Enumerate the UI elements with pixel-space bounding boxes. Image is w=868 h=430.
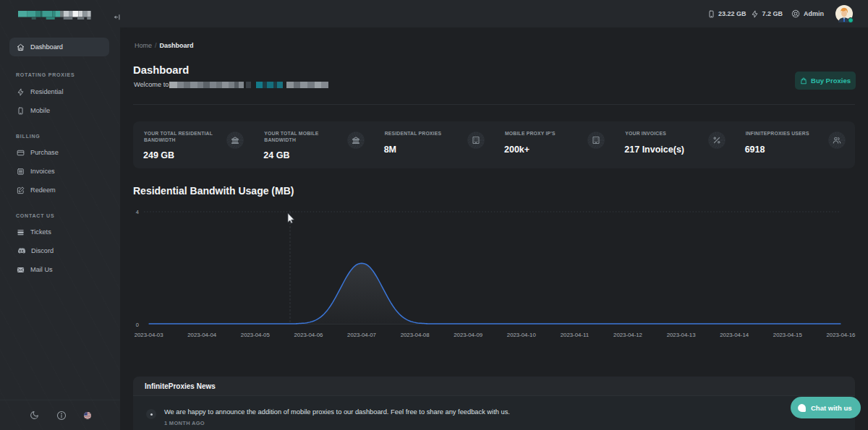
svg-text:2023-04-16: 2023-04-16 [826, 332, 855, 338]
svg-text:2023-04-13: 2023-04-13 [667, 332, 696, 338]
svg-text:2023-04-11: 2023-04-11 [561, 332, 589, 338]
svg-text:4: 4 [136, 209, 139, 215]
svg-text:2023-04-04: 2023-04-04 [187, 332, 217, 338]
svg-text:2023-04-07: 2023-04-07 [347, 332, 376, 338]
svg-text:2023-04-08: 2023-04-08 [401, 332, 430, 338]
svg-text:2023-04-14: 2023-04-14 [720, 332, 749, 338]
svg-text:0: 0 [136, 322, 139, 328]
svg-text:2023-04-10: 2023-04-10 [507, 332, 537, 338]
svg-text:2023-04-05: 2023-04-05 [241, 332, 271, 338]
svg-text:2023-04-06: 2023-04-06 [294, 332, 323, 338]
svg-text:2023-04-12: 2023-04-12 [613, 332, 642, 338]
svg-text:2023-04-03: 2023-04-03 [135, 332, 163, 338]
svg-text:2023-04-15: 2023-04-15 [773, 332, 803, 338]
svg-text:2023-04-09: 2023-04-09 [454, 332, 482, 338]
